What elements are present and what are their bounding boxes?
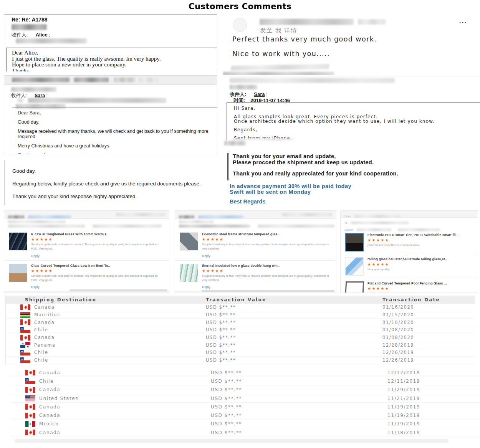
redacted-cc [28,98,166,103]
redacted-signature [231,64,330,71]
reply-link[interactable]: Reply [31,285,164,289]
column-header-date: Transaction Date [363,297,475,303]
table-row: Canada USD $**.** 11/29/2019 [11,386,480,394]
table-row: Canada USD $**.** 11/19/2019 [11,403,480,411]
review-text: Service is quite well, and easy to conta… [31,274,162,283]
transaction-value: USD $**.** [192,421,368,427]
email-header-bar [4,76,217,85]
email-body-line: Thanks [12,68,212,72]
to-label: To: [344,222,348,224]
table-row: United States USD $**.** 11/21/2019 [11,394,480,403]
product-thumbnail[interactable] [345,257,364,276]
country-flag [25,378,35,384]
review-text: Supplier's delivery is fast, very nice t… [202,274,331,283]
email-body-line: Good day, [18,119,212,125]
quote-line: Good day, [12,168,201,174]
horizontal-scrollbar[interactable] [202,290,334,292]
table-row: Chile USD $**.** 12/11/2019 [11,377,480,385]
recipient-link[interactable]: Sara [35,93,45,98]
reply-link[interactable]: Reply [31,254,164,258]
country-flag [25,395,35,401]
email-body: Dear Alice, I just got the glass. The qu… [6,48,217,71]
recipient-link[interactable]: Alice [36,32,48,38]
transaction-date: 01/08/2020 [363,335,475,340]
recipient-separator: ; [49,32,50,38]
customers-comments-collage: Customers Comments Re: Re: A1788 收件人:Ali… [0,0,480,448]
table-row: Canada USD $**.** 01/16/2020 [6,304,475,311]
redacted-order-label [8,215,24,218]
email-body: Dear Sara, Good day, Message received wi… [12,107,217,154]
quote-line: Thank you for your email and update, [233,154,398,160]
review-product-title[interactable]: railing glass baluster,balustrade railin… [367,257,473,261]
more-menu-button[interactable]: ... [459,17,467,25]
email-quote-documents: Good day, Regarding below, kindly please… [4,160,217,205]
review-panel-subheader [175,219,336,229]
transaction-value: USD $**.** [192,404,368,410]
review-item: Flat and Curved Tempered Pool Fencing Gl… [341,278,478,293]
redacted-cc [17,98,23,102]
review-product-title[interactable]: thermal insulated low e glass double hun… [202,264,331,268]
review-item: Clear Curved Tempered Glass Low Iron Ben… [4,260,169,292]
product-thumbnail[interactable] [9,264,27,282]
country-flag [25,404,35,410]
review-item: Economic steel frame structure tempered … [175,229,336,260]
quote-line: Thank you and your kind response highly … [12,193,201,199]
product-thumbnail[interactable] [180,232,198,251]
email-body-line: Dear Alice, [12,50,212,56]
quote-line: Please procced the shipment and keep us … [233,160,398,166]
email-body-line: Hi Sara, [234,106,473,111]
email-body-line: Dear Sara, [18,110,212,116]
table-header-row: Shipping Destination Transaction Value T… [6,296,475,304]
country-name: Canada [34,320,55,325]
reply-link[interactable]: Reply [202,254,331,258]
star-rating: ★★★★★ [367,286,473,291]
star-rating: ★★★★★ [202,237,331,241]
horizontal-scrollbar[interactable] [15,439,449,443]
quote-border [227,153,228,180]
table-row: Canada USD $**.** 01/08/2020 [6,334,475,342]
redacted-cc [16,38,87,43]
transactions-table-lower: Canada USD $**.** 12/12/2019 Chile USD $… [11,369,480,437]
product-thumbnail[interactable] [180,264,198,282]
country-name: Canada [39,404,60,410]
reply-link[interactable]: Reply [202,285,331,289]
country-flag [20,335,30,341]
review-item: thermal insulated low e glass double hun… [175,260,336,292]
product-thumbnail[interactable] [345,281,364,293]
recipient-link[interactable]: Sara [254,91,265,97]
star-rating: ★★★★★ [31,269,164,273]
country-name: Canada [39,430,60,435]
horizontal-scrollbar[interactable] [70,289,167,291]
product-thumbnail[interactable] [9,232,27,251]
redacted-supplier [8,220,66,223]
transaction-date: 11/29/2019 [368,387,480,392]
email-body-line: Once architects decide which option they… [234,119,473,124]
details-link[interactable]: 详情 [284,27,297,33]
review-product-title[interactable]: Clear Curved Tempered Glass Low Iron Ben… [31,264,164,268]
transaction-date: 11/19/2019 [368,421,480,427]
review-product-title[interactable]: 6+12A+6 Toughened Glass With 10mm Warm e… [31,232,164,236]
country-flag [20,319,30,325]
star-rating: ★★★★★ [202,269,331,273]
transaction-date: 11/19/2019 [368,404,480,410]
country-name: Chile [34,357,48,363]
review-panel-header: Order [341,211,478,218]
redacted-signature [224,141,246,145]
review-product-title[interactable]: Economic steel frame structure tempered … [202,232,331,236]
sent-to-me-label: 发至 我 [260,27,282,33]
column-header-destination: Shipping Destination [6,297,187,303]
page-title: Customers Comments [0,2,480,11]
payment-note: In advance payment 30% will be paid toda… [230,183,351,195]
review-product-title[interactable]: Electronic PDLC smart Tint, PDLC switcha… [367,233,473,237]
email-body-line: Perfect thanks very much good work. [232,35,377,43]
review-text: Supplier's delivery is fast, very nice t… [202,242,331,251]
product-thumbnail[interactable] [345,233,364,251]
redacted-recipient [351,222,409,224]
redacted-supplier [179,220,214,223]
review-item: railing glass baluster,balustrade railin… [341,254,478,278]
redacted-supplier [179,225,250,228]
payment-note-line: Swift will be sent on Monday [230,189,351,195]
redacted-subject [114,78,135,82]
review-item: China Factory Cheap 3mm, 4mm, 5mm, 6mm, … [4,291,169,293]
review-product-title[interactable]: Flat and Curved Tempered Pool Fencing Gl… [367,281,473,285]
